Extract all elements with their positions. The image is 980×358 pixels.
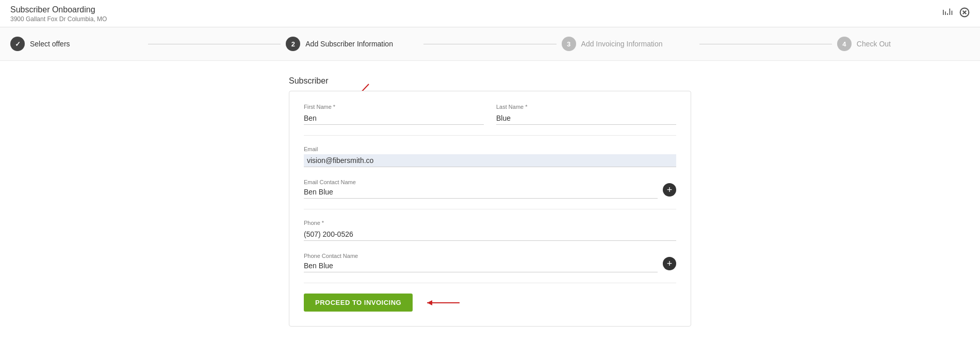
- phone-label: Phone *: [304, 220, 676, 226]
- svg-marker-11: [427, 300, 432, 305]
- step-3-circle: 3: [562, 37, 576, 51]
- connector-3-4: [699, 44, 832, 44]
- email-contact-input[interactable]: [304, 186, 658, 199]
- step-2: 2 Add Subscriber Information: [286, 37, 418, 51]
- header-icons: [943, 5, 970, 20]
- email-contact-row: Email Contact Name +: [304, 177, 676, 199]
- phone-contact-label: Phone Contact Name: [304, 253, 358, 259]
- header-left: Subscriber Onboarding 3900 Gallant Fox D…: [10, 5, 107, 23]
- last-name-input[interactable]: [496, 112, 676, 125]
- step-3-number: 3: [567, 40, 570, 48]
- signal-icon[interactable]: [943, 7, 953, 20]
- divider-3: [304, 283, 676, 283]
- phone-group: Phone *: [304, 220, 676, 241]
- stepper: ✓ Select offers 2 Add Subscriber Informa…: [0, 27, 980, 61]
- page-title: Subscriber Onboarding: [10, 5, 107, 14]
- divider-2: [304, 209, 676, 209]
- name-row: First Name * Last Name *: [304, 104, 676, 125]
- step-2-label: Add Subscriber Information: [305, 40, 393, 48]
- email-input[interactable]: [304, 154, 676, 167]
- phone-input[interactable]: [304, 228, 676, 241]
- last-name-label: Last Name *: [496, 104, 676, 110]
- email-contact-add-button[interactable]: +: [663, 183, 676, 197]
- email-label: Email: [304, 146, 676, 152]
- phone-row: Phone *: [304, 220, 676, 241]
- subscriber-form-card: First Name * Last Name * Email Email Con…: [289, 91, 691, 327]
- first-name-label: First Name *: [304, 104, 484, 110]
- step-3-label: Add Invoicing Information: [581, 40, 663, 48]
- step-3: 3 Add Invoicing Information: [562, 37, 694, 51]
- step-2-circle: 2: [286, 37, 300, 51]
- phone-contact-row: Phone Contact Name +: [304, 251, 676, 272]
- proceed-row: PROCEED TO INVOICING: [304, 294, 676, 312]
- step-4-label: Check Out: [857, 40, 891, 48]
- main-content: Subscriber First Name * Last Name * Emai…: [0, 61, 980, 342]
- step-4-circle: 4: [837, 37, 852, 51]
- email-contact-group: Email Contact Name +: [304, 177, 676, 199]
- annotation-arrow-2: [421, 295, 462, 311]
- page-subtitle: 3900 Gallant Fox Dr Columbia, MO: [10, 15, 107, 23]
- close-icon[interactable]: [959, 7, 970, 20]
- step-1-icon: ✓: [15, 40, 21, 48]
- connector-2-3: [423, 44, 556, 44]
- header: Subscriber Onboarding 3900 Gallant Fox D…: [0, 0, 980, 27]
- step-4: 4 Check Out: [837, 37, 970, 51]
- step-1-circle: ✓: [10, 37, 25, 51]
- email-row: Email: [304, 146, 676, 167]
- step-1: ✓ Select offers: [10, 37, 143, 51]
- step-2-number: 2: [291, 40, 295, 48]
- last-name-group: Last Name *: [496, 104, 676, 125]
- phone-contact-group: Phone Contact Name +: [304, 251, 676, 272]
- phone-contact-add-button[interactable]: +: [663, 257, 676, 270]
- first-name-input[interactable]: [304, 112, 484, 125]
- first-name-group: First Name *: [304, 104, 484, 125]
- step-4-number: 4: [842, 40, 846, 48]
- email-group: Email: [304, 146, 676, 167]
- proceed-to-invoicing-button[interactable]: PROCEED TO INVOICING: [304, 294, 413, 312]
- email-contact-label: Email Contact Name: [304, 179, 356, 185]
- connector-1-2: [148, 44, 281, 44]
- step-1-label: Select offers: [30, 40, 70, 48]
- phone-contact-input[interactable]: [304, 259, 658, 272]
- divider-1: [304, 135, 676, 136]
